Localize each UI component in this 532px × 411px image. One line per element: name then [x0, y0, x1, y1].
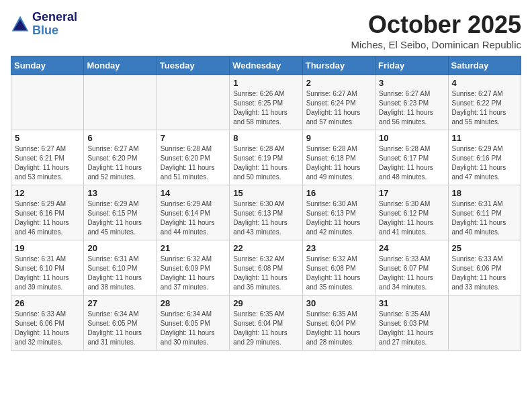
day-number: 6 — [87, 133, 152, 143]
day-number: 21 — [161, 243, 226, 253]
day-info: Sunrise: 6:33 AM Sunset: 6:06 PM Dayligh… — [452, 255, 517, 292]
day-info: Sunrise: 6:27 AM Sunset: 6:24 PM Dayligh… — [306, 89, 371, 127]
day-number: 19 — [15, 243, 80, 253]
day-info: Sunrise: 6:28 AM Sunset: 6:18 PM Dayligh… — [306, 144, 371, 182]
calendar-week-row: 1 Sunrise: 6:26 AM Sunset: 6:25 PM Dayli… — [11, 75, 521, 130]
calendar-cell: 22 Sunrise: 6:32 AM Sunset: 6:08 PM Dayl… — [230, 240, 302, 295]
day-info: Sunrise: 6:34 AM Sunset: 6:05 PM Dayligh… — [87, 310, 152, 347]
logo-icon — [11, 15, 30, 34]
day-info: Sunrise: 6:27 AM Sunset: 6:23 PM Dayligh… — [379, 89, 444, 127]
day-info: Sunrise: 6:31 AM Sunset: 6:10 PM Dayligh… — [87, 255, 152, 292]
calendar-cell: 5 Sunrise: 6:27 AM Sunset: 6:21 PM Dayli… — [11, 130, 84, 185]
day-info: Sunrise: 6:27 AM Sunset: 6:20 PM Dayligh… — [87, 144, 152, 182]
calendar-cell: 26 Sunrise: 6:33 AM Sunset: 6:06 PM Dayl… — [11, 295, 84, 351]
title-block: October 2025 Miches, El Seibo, Dominican… — [351, 11, 521, 50]
calendar-cell: 9 Sunrise: 6:28 AM Sunset: 6:18 PM Dayli… — [302, 130, 375, 185]
day-info: Sunrise: 6:29 AM Sunset: 6:16 PM Dayligh… — [452, 144, 517, 182]
day-info: Sunrise: 6:27 AM Sunset: 6:21 PM Dayligh… — [15, 144, 80, 182]
day-number: 26 — [15, 298, 80, 308]
calendar-cell — [157, 75, 229, 130]
location-subtitle: Miches, El Seibo, Dominican Republic — [351, 39, 521, 50]
day-info: Sunrise: 6:29 AM Sunset: 6:15 PM Dayligh… — [87, 199, 152, 237]
day-info: Sunrise: 6:33 AM Sunset: 6:06 PM Dayligh… — [15, 310, 80, 347]
calendar-cell: 13 Sunrise: 6:29 AM Sunset: 6:15 PM Dayl… — [84, 185, 157, 240]
day-info: Sunrise: 6:27 AM Sunset: 6:22 PM Dayligh… — [452, 89, 517, 127]
day-info: Sunrise: 6:35 AM Sunset: 6:04 PM Dayligh… — [233, 310, 298, 347]
day-number: 30 — [306, 298, 371, 308]
calendar-cell: 24 Sunrise: 6:33 AM Sunset: 6:07 PM Dayl… — [375, 240, 448, 295]
day-info: Sunrise: 6:32 AM Sunset: 6:08 PM Dayligh… — [233, 255, 298, 292]
day-number: 22 — [233, 243, 298, 253]
day-number: 16 — [306, 188, 371, 198]
calendar-cell: 21 Sunrise: 6:32 AM Sunset: 6:09 PM Dayl… — [157, 240, 229, 295]
day-info: Sunrise: 6:34 AM Sunset: 6:05 PM Dayligh… — [161, 310, 226, 347]
calendar-cell: 2 Sunrise: 6:27 AM Sunset: 6:24 PM Dayli… — [302, 75, 375, 130]
day-of-week-header: Tuesday — [157, 56, 229, 75]
logo: General Blue — [11, 11, 77, 38]
day-info: Sunrise: 6:31 AM Sunset: 6:10 PM Dayligh… — [15, 255, 80, 292]
calendar-cell: 25 Sunrise: 6:33 AM Sunset: 6:06 PM Dayl… — [448, 240, 521, 295]
logo-text-line2: Blue — [32, 24, 77, 38]
calendar-cell: 3 Sunrise: 6:27 AM Sunset: 6:23 PM Dayli… — [375, 75, 448, 130]
calendar-week-row: 26 Sunrise: 6:33 AM Sunset: 6:06 PM Dayl… — [11, 295, 521, 351]
day-number: 31 — [379, 298, 444, 308]
calendar-cell: 19 Sunrise: 6:31 AM Sunset: 6:10 PM Dayl… — [11, 240, 84, 295]
day-number: 13 — [87, 188, 152, 198]
day-info: Sunrise: 6:28 AM Sunset: 6:20 PM Dayligh… — [161, 144, 226, 182]
calendar-cell: 16 Sunrise: 6:30 AM Sunset: 6:13 PM Dayl… — [302, 185, 375, 240]
month-title: October 2025 — [351, 11, 521, 39]
calendar-cell — [84, 75, 157, 130]
day-of-week-header: Monday — [84, 56, 157, 75]
calendar-cell: 29 Sunrise: 6:35 AM Sunset: 6:04 PM Dayl… — [230, 295, 302, 351]
day-number: 27 — [87, 298, 152, 308]
day-number: 11 — [452, 133, 517, 143]
day-of-week-header: Saturday — [448, 56, 521, 75]
calendar-table: SundayMondayTuesdayWednesdayThursdayFrid… — [11, 56, 521, 351]
day-info: Sunrise: 6:29 AM Sunset: 6:16 PM Dayligh… — [15, 199, 80, 237]
day-number: 5 — [15, 133, 80, 143]
day-of-week-header: Friday — [375, 56, 448, 75]
day-number: 3 — [379, 78, 444, 88]
calendar-cell: 30 Sunrise: 6:35 AM Sunset: 6:04 PM Dayl… — [302, 295, 375, 351]
calendar-cell: 31 Sunrise: 6:35 AM Sunset: 6:03 PM Dayl… — [375, 295, 448, 351]
day-number: 4 — [452, 78, 517, 88]
day-number: 7 — [161, 133, 226, 143]
calendar-cell: 23 Sunrise: 6:32 AM Sunset: 6:08 PM Dayl… — [302, 240, 375, 295]
day-number: 8 — [233, 133, 298, 143]
day-number: 2 — [306, 78, 371, 88]
day-number: 28 — [161, 298, 226, 308]
day-number: 29 — [233, 298, 298, 308]
calendar-cell: 10 Sunrise: 6:28 AM Sunset: 6:17 PM Dayl… — [375, 130, 448, 185]
day-of-week-header: Sunday — [11, 56, 84, 75]
day-number: 24 — [379, 243, 444, 253]
day-of-week-header: Wednesday — [230, 56, 302, 75]
calendar-cell: 8 Sunrise: 6:28 AM Sunset: 6:19 PM Dayli… — [230, 130, 302, 185]
calendar-cell: 18 Sunrise: 6:31 AM Sunset: 6:11 PM Dayl… — [448, 185, 521, 240]
day-number: 1 — [233, 78, 298, 88]
day-of-week-header: Thursday — [302, 56, 375, 75]
day-number: 18 — [452, 188, 517, 198]
calendar-cell: 12 Sunrise: 6:29 AM Sunset: 6:16 PM Dayl… — [11, 185, 84, 240]
calendar-cell: 27 Sunrise: 6:34 AM Sunset: 6:05 PM Dayl… — [84, 295, 157, 351]
day-info: Sunrise: 6:35 AM Sunset: 6:03 PM Dayligh… — [379, 310, 444, 347]
calendar-week-row: 5 Sunrise: 6:27 AM Sunset: 6:21 PM Dayli… — [11, 130, 521, 185]
day-info: Sunrise: 6:35 AM Sunset: 6:04 PM Dayligh… — [306, 310, 371, 347]
day-info: Sunrise: 6:29 AM Sunset: 6:14 PM Dayligh… — [161, 199, 226, 237]
calendar-cell — [448, 295, 521, 351]
day-info: Sunrise: 6:32 AM Sunset: 6:09 PM Dayligh… — [161, 255, 226, 292]
day-number: 20 — [87, 243, 152, 253]
day-info: Sunrise: 6:30 AM Sunset: 6:13 PM Dayligh… — [306, 199, 371, 237]
calendar-cell: 6 Sunrise: 6:27 AM Sunset: 6:20 PM Dayli… — [84, 130, 157, 185]
logo-text-line1: General — [32, 11, 77, 24]
day-info: Sunrise: 6:26 AM Sunset: 6:25 PM Dayligh… — [233, 89, 298, 127]
calendar-cell: 17 Sunrise: 6:30 AM Sunset: 6:12 PM Dayl… — [375, 185, 448, 240]
day-number: 14 — [161, 188, 226, 198]
day-info: Sunrise: 6:31 AM Sunset: 6:11 PM Dayligh… — [452, 199, 517, 237]
calendar-cell: 7 Sunrise: 6:28 AM Sunset: 6:20 PM Dayli… — [157, 130, 229, 185]
day-info: Sunrise: 6:30 AM Sunset: 6:12 PM Dayligh… — [379, 199, 444, 237]
calendar-body: 1 Sunrise: 6:26 AM Sunset: 6:25 PM Dayli… — [11, 75, 521, 351]
day-info: Sunrise: 6:28 AM Sunset: 6:17 PM Dayligh… — [379, 144, 444, 182]
calendar-cell: 28 Sunrise: 6:34 AM Sunset: 6:05 PM Dayl… — [157, 295, 229, 351]
calendar-cell: 20 Sunrise: 6:31 AM Sunset: 6:10 PM Dayl… — [84, 240, 157, 295]
day-info: Sunrise: 6:30 AM Sunset: 6:13 PM Dayligh… — [233, 199, 298, 237]
